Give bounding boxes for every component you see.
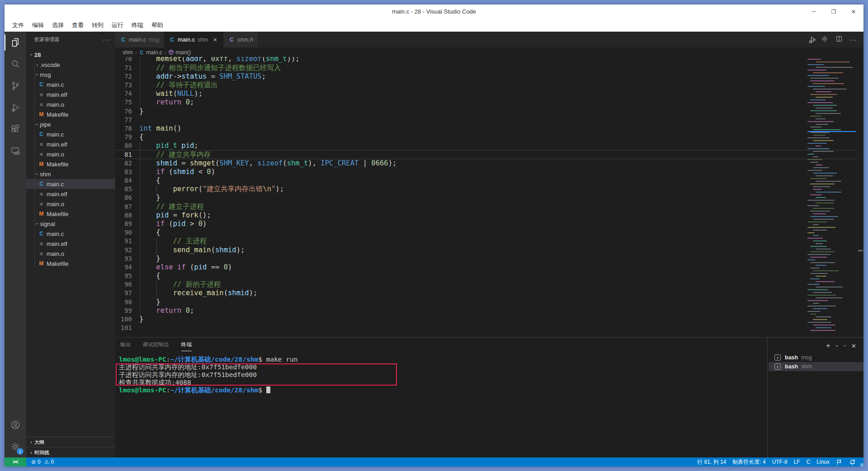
settings-gear-icon[interactable]: 1 [5,436,26,457]
tree-item-main.c[interactable]: Cmain.c [26,179,115,189]
code-line-94: 94 else if (pid == 0) [115,263,857,272]
menu-item-选择[interactable]: 选择 [48,20,68,31]
tree-item-pipe[interactable]: ›pipe [26,119,115,129]
activity-bar-bottom: 1 [5,414,26,457]
tab-dir-hint: msg [149,37,159,43]
indentation[interactable]: 制表符长度: 4 [729,457,769,466]
new-terminal-icon[interactable]: + [826,341,830,350]
breadcrumb-item-main()[interactable]: main() [175,49,191,56]
menu-item-文件[interactable]: 文件 [8,20,28,31]
minimap[interactable] [807,57,854,337]
eol-sequence[interactable]: LF [791,457,803,466]
tree-item-main.c[interactable]: Cmain.c [26,129,115,139]
notifications-bell-icon[interactable] [846,457,859,466]
cursor-position[interactable]: 行 81, 列 14 [694,457,729,466]
tree-item-main.elf[interactable]: ≡main.elf [26,89,115,99]
source-control-icon[interactable] [5,75,26,97]
tree-item-main.o[interactable]: ≡main.o [26,99,115,109]
tree-item-main.c[interactable]: Cmain.c [26,229,115,239]
tree-item-main.elf[interactable]: ≡main.elf [26,239,115,249]
menu-item-编辑[interactable]: 编辑 [28,20,48,31]
close-tab-icon[interactable]: × [212,36,219,43]
account-icon[interactable] [5,414,26,436]
minimap-bar [813,89,847,89]
menu-item-查看[interactable]: 查看 [68,20,88,31]
menu-item-转到[interactable]: 转到 [88,20,108,31]
minimap-bar [813,230,827,231]
minimap-bar [810,278,820,279]
feedback-flag-icon[interactable] [833,457,846,466]
run-c-file-button[interactable]: › [808,35,814,44]
chevron-down-icon: › [29,52,34,57]
run-debug-icon[interactable] [5,97,26,118]
tree-item-signal[interactable]: ›signal [26,219,115,229]
problems-status[interactable]: ⊘0 ⚠0 [28,457,57,466]
breadcrumb-separator-icon: › [164,50,167,55]
minimize-button[interactable]: ─ [804,5,824,19]
more-editor-actions-icon[interactable]: ··· [849,36,857,43]
maximize-panel-icon[interactable]: › [842,345,847,347]
panel-tab-调试控制台[interactable]: 调试控制台 [143,341,170,351]
search-icon[interactable] [5,53,26,75]
terminal-dropdown-icon[interactable]: › [835,345,840,347]
tree-item-main.elf[interactable]: ≡main.elf [26,189,115,199]
tree-item-.vscode[interactable]: ›.vscode [26,60,115,70]
minimap-bar [816,249,831,250]
tree-item-main.c[interactable]: Cmain.c [26,80,115,89]
run-dropdown-icon[interactable]: › [813,37,814,42]
tree-item-Makefile[interactable]: MMakefile [26,159,115,169]
close-button[interactable]: ✕ [844,5,863,19]
outline-section[interactable]: › 大纲 [26,437,115,447]
tree-item-Makefile[interactable]: MMakefile [26,209,115,219]
terminal-icon: ❯ [774,354,781,361]
code-line-76: 76} [115,107,857,116]
more-actions-icon[interactable]: ··· [103,36,110,43]
menu-item-终端[interactable]: 终端 [127,20,147,31]
menu-item-帮助[interactable]: 帮助 [147,20,167,31]
tree-item-msg[interactable]: ›msg [26,70,115,80]
encoding[interactable]: UTF-8 [769,457,791,466]
tree-item-Makefile[interactable]: MMakefile [26,259,115,268]
code-editor[interactable]: 70 memset(addr, 0xff, sizeof(shm_t));71 … [115,57,863,332]
language-mode[interactable]: C [803,457,814,466]
panel-divider[interactable] [767,338,768,457]
explorer-icon[interactable] [5,32,26,53]
panel-tabs: 输出调试控制台终端 [120,341,192,351]
editor-tab-main.c-msg[interactable]: Cmain.cmsg [115,32,164,47]
menu-item-运行[interactable]: 运行 [108,20,127,31]
close-panel-icon[interactable]: ✕ [851,343,856,349]
code-line-80: 80 pid_t pid; [115,141,857,150]
tree-item-main.o[interactable]: ≡main.o [26,249,115,259]
editor-settings-gear-icon[interactable] [821,35,829,45]
code-line-content: shmid = shmget(SHM_KEY, sizeof(shm_t), I… [139,159,396,168]
editor-tab-shm.h[interactable]: Cshm.h [224,32,258,47]
tab-dir-hint: shm [198,37,208,43]
split-editor-icon[interactable] [835,35,843,45]
tree-item-main.o[interactable]: ≡main.o [26,199,115,209]
remote-indicator[interactable]: >< [5,457,26,466]
tree-item-label: main.o [47,250,64,257]
breadcrumb-item-main.c[interactable]: main.c [146,49,162,56]
tree-item-shm[interactable]: ›shm [26,169,115,179]
panel-tab-输出[interactable]: 输出 [120,341,131,351]
timeline-section[interactable]: › 时间线 [26,447,115,457]
breadcrumb-item-shm[interactable]: shm [123,49,133,56]
minimap-bar [807,64,824,65]
remote-explorer-icon[interactable] [5,140,26,162]
tree-item-main.o[interactable]: ≡main.o [26,149,115,159]
extensions-icon[interactable] [5,118,26,140]
editor-tab-main.c-shm[interactable]: Cmain.cshm× [164,32,224,47]
terminal-instance-shm[interactable]: ❯bashshm [769,362,863,371]
minimap-bar [813,129,841,130]
minimap-bar [807,232,815,233]
os-indicator[interactable]: Linux [813,457,833,466]
terminal-cursor [266,386,270,393]
maximize-button[interactable]: ❐ [824,5,844,19]
tree-item-main.elf[interactable]: ≡main.elf [26,139,115,149]
scrollbar[interactable] [857,57,863,337]
terminal-instance-msg[interactable]: ❯bashmsg [769,353,863,362]
tree-item-Makefile[interactable]: MMakefile [26,109,115,119]
line-number: 80 [115,141,132,150]
tree-item-28[interactable]: ›28 [26,50,115,60]
panel-tab-终端[interactable]: 终端 [181,341,192,351]
